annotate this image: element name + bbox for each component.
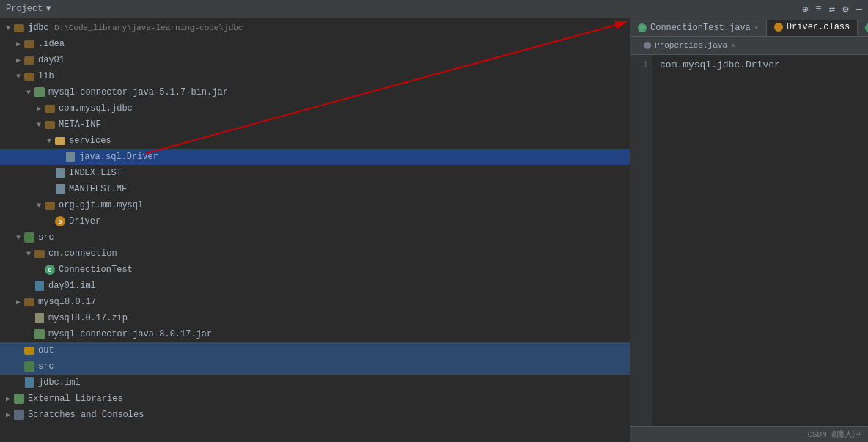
tree-mysql8017[interactable]: ▶ mysql8.0.17 [0,294,630,310]
title-bar: Project ▼ ⊕ ≡ ⇄ ⚙ — [0,0,868,18]
manifest-label: MANIFEST.MF [69,184,127,194]
src-arrow: ▼ [13,234,23,242]
driver-class-tab-label: Driver.class [787,22,850,32]
java-sql-driver-label: java.sql.Driver [79,152,158,162]
tree-src2[interactable]: src [0,358,630,375]
index-list-label: INDEX.LIST [69,168,122,178]
properties-label: Properties.java [655,41,727,50]
scratches-icon [13,409,25,421]
project-label[interactable]: Project [6,4,43,14]
src2-icon [23,361,35,372]
tree-connection-test[interactable]: C ConnectionTest [0,262,630,278]
connection-test-tab-label: ConnectionTest.java [650,23,751,33]
tree-root[interactable]: ▼ jdbc D:\Code_library\java-learning-cod… [0,20,630,36]
mysql-connector-icon [34,86,45,98]
meta-inf-arrow: ▼ [34,121,44,129]
lib-arrow: ▼ [13,73,23,81]
properties-close[interactable]: ✕ [731,41,735,50]
manifest-icon [54,183,66,195]
mysql8017-zip-icon [34,312,45,324]
tree-com-mysql[interactable]: ▶ com.mysql.jdbc [0,100,630,117]
minimize-icon[interactable]: — [856,3,862,15]
tab-connection-test[interactable]: C ConnectionTest.java ✕ [630,20,767,36]
idea-icon [23,38,35,50]
tree-jdbc-iml[interactable]: jdbc.iml [0,375,630,391]
tree-container[interactable]: ▼ jdbc D:\Code_library\java-learning-cod… [0,18,630,442]
title-bar-right: ⊕ ≡ ⇄ ⚙ — [802,3,862,15]
tree-day01[interactable]: ▶ day01 [0,52,630,68]
tree-mysql-connector-8[interactable]: mysql-connector-java-8.0.17.jar [0,326,630,342]
day01-iml-icon [34,280,45,292]
dropdown-icon[interactable]: ▼ [45,4,51,14]
connection-test-close-btn[interactable]: ✕ [754,23,759,32]
tree-manifest[interactable]: MANIFEST.MF [0,181,630,197]
root-label: jdbc D:\Code_library\java-learning-code\… [28,23,243,33]
settings-icon[interactable]: ⚙ [842,3,848,15]
properties-tab-bar: Properties.java ✕ [630,37,868,55]
src-icon [23,232,35,243]
connection-test-label: ConnectionTest [59,265,133,275]
external-libs-arrow: ▶ [3,394,13,403]
mysql8017-arrow: ▶ [13,298,23,306]
day01-iml-label: day01.iml [48,281,96,291]
tree-cn-connection[interactable]: ▼ cn.connection [0,246,630,262]
list-icon[interactable]: ≡ [815,3,821,15]
connection-test-icon: C [44,264,56,276]
tree-services[interactable]: ▼ services [0,133,630,149]
external-libs-icon [13,393,25,405]
meta-inf-icon [44,119,56,130]
scratches-arrow: ▶ [3,410,13,419]
jdbc-iml-label: jdbc.iml [38,377,81,388]
editor-panel: C ConnectionTest.java ✕ Driver.class jav… [630,18,868,442]
tree-driver[interactable]: D Driver [0,213,630,229]
src-label: src [38,232,54,243]
cn-connection-arrow: ▼ [23,250,34,258]
mysql8017-zip-label: mysql8.0.17.zip [48,313,128,323]
code-area[interactable]: com.mysql.jdbc.Driver [652,55,868,426]
external-libs-label: External Libraries [28,394,123,404]
root-arrow: ▼ [3,24,13,32]
cn-connection-label: cn.connection [48,248,117,259]
tree-day01-iml[interactable]: day01.iml [0,278,630,294]
tree-mysql8017-zip[interactable]: mysql8.0.17.zip [0,310,630,326]
title-bar-left: Project ▼ [6,4,51,14]
watermark: CSDN @庸人冲 [807,429,861,440]
out-label: out [38,345,54,356]
sync-icon[interactable]: ⇄ [829,3,835,15]
mysql-connector-8-icon [34,328,45,340]
tree-external-libs[interactable]: ▶ External Libraries [0,391,630,407]
line-num-1: 1 [630,58,648,73]
tree-mysql-connector[interactable]: ▼ mysql-connector-java-5.1.7-bin.jar [0,84,630,100]
tree-scratches[interactable]: ▶ Scratches and Consoles [0,407,630,423]
tree-src[interactable]: ▼ src [0,229,630,246]
sidebar: ▼ jdbc D:\Code_library\java-learning-cod… [0,18,630,442]
tree-index-list[interactable]: INDEX.LIST [0,165,630,181]
mysql-connector-arrow: ▼ [23,89,34,97]
tree-org-gjt[interactable]: ▼ org.gjt.mm.mysql [0,197,630,213]
tree-meta-inf[interactable]: ▼ META-INF [0,117,630,133]
meta-inf-label: META-INF [59,119,101,130]
tab-java-sql[interactable]: java.s... [858,20,868,36]
org-gjt-label: org.gjt.mm.mysql [59,200,143,210]
connection-test-tab-icon: C [638,23,647,32]
lib-label: lib [38,71,54,81]
properties-tab[interactable]: Properties.java ✕ [636,38,743,53]
mysql-connector-8-label: mysql-connector-java-8.0.17.jar [48,329,212,339]
java-sql-driver-icon [65,151,76,163]
properties-icon [644,42,651,49]
org-gjt-icon [44,199,56,211]
globe-icon[interactable]: ⊕ [802,3,808,15]
root-icon [13,22,25,34]
lib-icon [23,70,35,82]
tree-out[interactable]: out [0,342,630,358]
bottom-bar: CSDN @庸人冲 [630,426,868,442]
tab-bar: C ConnectionTest.java ✕ Driver.class jav… [630,18,868,37]
tree-idea[interactable]: ▶ .idea [0,36,630,52]
day01-label: day01 [38,55,65,65]
services-arrow: ▼ [44,137,54,145]
org-gjt-arrow: ▼ [34,202,44,210]
tab-driver-class[interactable]: Driver.class [767,20,858,36]
services-icon [54,135,66,147]
tree-lib[interactable]: ▼ lib [0,68,630,84]
tree-java-sql-driver[interactable]: java.sql.Driver [0,149,630,165]
